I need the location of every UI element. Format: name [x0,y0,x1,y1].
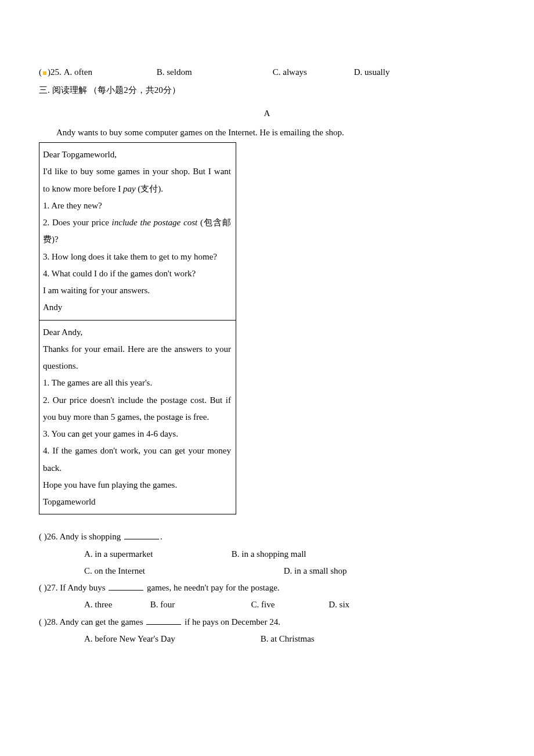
q25-marker-open: ( [39,64,42,81]
q28-option-a: A. before New Year's Day [84,631,258,647]
q26-stem-pre: ( )26. Andy is shopping [39,532,123,541]
email1-q2a: 2. Does your price [43,218,112,227]
email-2-cell: Dear Andy, Thanks for your email. Here a… [39,320,236,514]
q27-option-b: B. four [150,596,249,613]
q25-option-a: A. often [64,64,157,81]
q25-marker-close: )25. [48,64,62,81]
email1-body-1: I'd like to buy some games in your shop.… [43,163,231,197]
q25-option-b: B. seldom [157,64,273,81]
passage-intro: Andy wants to buy some computer games on… [39,124,495,141]
email2-l1: Thanks for your email. Here are the answ… [43,341,231,375]
q25-option-c: C. always [273,64,354,81]
q28-option-b: B. at Christmas [261,631,315,647]
email2-a1: 1. The games are all this year's. [43,375,231,391]
email1-l1b: (支付). [136,184,164,193]
q28-stem: ( )28. Andy can get the games if he pays… [39,614,495,631]
q26-option-b: B. in a shopping mall [232,546,306,563]
blank-line [146,615,181,625]
question-28: ( )28. Andy can get the games if he pays… [39,614,495,648]
q27-stem-pre: ( )27. If Andy buys [39,583,107,592]
q26-options-row2: C. on the Internet D. in a small shop [39,563,495,579]
question-25: ( )25. A. often B. seldom C. always D. u… [39,64,495,81]
q25-options: A. often B. seldom C. always D. usually [62,64,495,81]
q25-option-d: D. usually [354,64,390,81]
q27-option-a: A. three [84,596,148,613]
highlight-dot-icon [43,71,46,75]
q26-stem: ( )26. Andy is shopping . [39,528,495,545]
blank-line [109,581,143,591]
question-26: ( )26. Andy is shopping . A. in a superm… [39,528,495,579]
email2-greeting: Dear Andy, [43,324,231,341]
passage-a-label: A [39,105,495,122]
email2-closing: Hope you have fun playing the games. [43,477,231,494]
q26-options-row1: A. in a supermarket B. in a shopping mal… [39,546,495,563]
email2-a2: 2. Our price doesn't include the postage… [43,392,231,426]
email-1-cell: Dear Topgameworld, I'd like to buy some … [39,143,236,321]
q26-stem-post: . [160,532,163,541]
email1-q1: 1. Are they new? [43,197,231,214]
email1-q3: 3. How long does it take them to get to … [43,249,231,265]
q27-option-d: D. six [329,596,349,613]
email1-closing: I am waiting for your answers. [43,282,231,299]
q26-option-c: C. on the Internet [84,563,282,579]
email1-q2-italic: include the postage cost [112,218,198,227]
section-3-title: 三. 阅读理解 （每小题2分，共20分） [39,82,495,99]
q28-stem-pre: ( )28. Andy can get the games [39,617,145,627]
email-table: Dear Topgameworld, I'd like to buy some … [39,142,236,514]
q26-option-a: A. in a supermarket [84,546,229,563]
q27-stem: ( )27. If Andy buys games, he needn't pa… [39,579,495,596]
q28-stem-post: if he pays on December 24. [182,617,280,627]
email1-q2: 2. Does your price include the postage c… [43,214,231,249]
email1-sig: Andy [43,299,231,316]
q27-option-c: C. five [251,596,327,613]
q28-options-row: A. before New Year's Day B. at Christmas [39,631,495,647]
question-27: ( )27. If Andy buys games, he needn't pa… [39,579,495,614]
email1-greeting: Dear Topgameworld, [43,146,231,163]
q27-stem-post: games, he needn't pay for the postage. [145,583,279,592]
blank-line [124,530,159,539]
email2-a4: 4. If the games don't work, you can get … [43,442,231,477]
email1-q4: 4. What could I do if the games don't wo… [43,265,231,282]
email2-sig: Topgameworld [43,494,231,510]
q26-option-d: D. in a small shop [284,563,347,579]
email2-a3: 3. You can get your games in 4-6 days. [43,426,231,442]
q27-options-row: A. three B. four C. five D. six [39,596,495,613]
email1-pay-italic: pay [123,184,136,193]
